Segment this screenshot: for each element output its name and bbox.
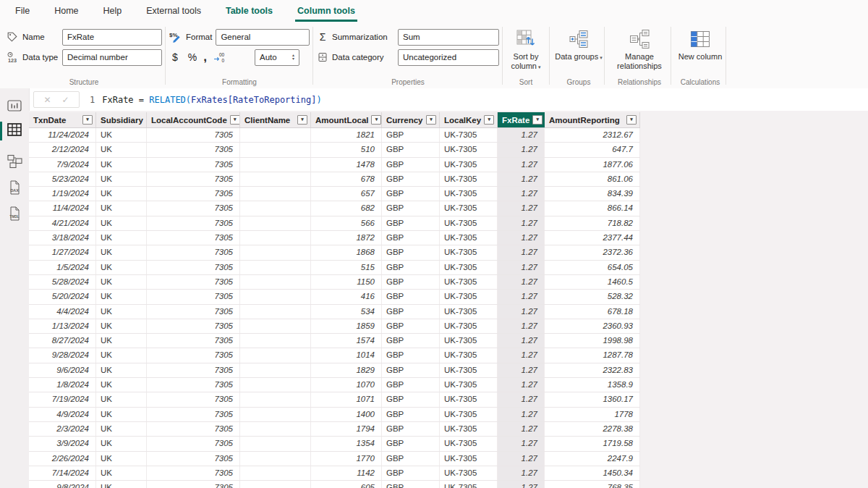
cell-amountlocal[interactable]: 682	[311, 201, 382, 215]
cell-currency[interactable]: GBP	[382, 466, 440, 480]
cell-currency[interactable]: GBP	[382, 422, 440, 436]
cell-localaccountcode[interactable]: 7305	[147, 187, 240, 201]
table-row[interactable]: 7/14/2024UK73051142GBPUK-73051.271450.34	[29, 466, 640, 481]
cell-localaccountcode[interactable]: 7305	[147, 319, 240, 333]
cell-localaccountcode[interactable]: 7305	[147, 334, 240, 348]
cell-localaccountcode[interactable]: 7305	[147, 392, 240, 406]
cell-amountlocal[interactable]: 1794	[311, 422, 382, 436]
table-row[interactable]: 2/3/2024UK73051794GBPUK-73051.272278.38	[29, 422, 640, 437]
format-select[interactable]: General	[216, 29, 310, 46]
cell-clientname[interactable]	[240, 348, 311, 362]
cell-currency[interactable]: GBP	[382, 481, 440, 488]
cell-amountreporting[interactable]: 1360.17	[545, 392, 640, 406]
cell-amountreporting[interactable]: 2312.67	[545, 128, 640, 142]
column-header-localaccountcode[interactable]: LocalAccountCode▾	[147, 112, 240, 127]
column-header-txndate[interactable]: TxnDate▾	[29, 112, 96, 127]
cell-amountlocal[interactable]: 1859	[311, 319, 382, 333]
view-tab-data-view[interactable]	[0, 122, 29, 140]
cell-clientname[interactable]	[240, 201, 311, 215]
table-row[interactable]: 9/28/2024UK73051014GBPUK-73051.271287.78	[29, 348, 640, 363]
cell-currency[interactable]: GBP	[382, 408, 440, 421]
cell-txndate[interactable]: 2/12/2024	[29, 143, 96, 156]
cell-clientname[interactable]	[240, 422, 311, 436]
cell-clientname[interactable]	[240, 378, 311, 392]
cell-localkey[interactable]: UK-7305	[440, 348, 498, 362]
cell-amountlocal[interactable]: 1829	[311, 363, 382, 377]
cell-fxrate[interactable]: 1.27	[498, 231, 545, 245]
table-row[interactable]: 3/18/2024UK73051872GBPUK-73051.272377.44	[29, 231, 640, 245]
cell-fxrate[interactable]: 1.27	[498, 261, 545, 274]
column-header-fxrate[interactable]: FxRate▾	[498, 112, 545, 127]
cell-localaccountcode[interactable]: 7305	[147, 245, 240, 259]
cell-currency[interactable]: GBP	[382, 261, 440, 274]
cell-currency[interactable]: GBP	[382, 334, 440, 348]
view-tab-tmdl-view[interactable]: TMDL	[0, 206, 29, 224]
filter-icon[interactable]: ▾	[484, 115, 494, 125]
cell-fxrate[interactable]: 1.27	[498, 408, 545, 421]
cell-amountlocal[interactable]: 1400	[311, 408, 382, 421]
cell-subsidiary[interactable]: UK	[96, 187, 147, 201]
cell-localkey[interactable]: UK-7305	[440, 378, 498, 392]
cell-currency[interactable]: GBP	[382, 231, 440, 245]
cell-localaccountcode[interactable]: 7305	[147, 481, 240, 488]
cell-fxrate[interactable]: 1.27	[498, 422, 545, 436]
cell-localaccountcode[interactable]: 7305	[147, 231, 240, 245]
cell-amountlocal[interactable]: 657	[311, 187, 382, 201]
cell-txndate[interactable]: 2/26/2024	[29, 452, 96, 466]
cell-localkey[interactable]: UK-7305	[440, 452, 498, 466]
cell-currency[interactable]: GBP	[382, 378, 440, 392]
table-row[interactable]: 7/19/2024UK73051071GBPUK-73051.271360.17	[29, 392, 640, 407]
cell-amountreporting[interactable]: 861.06	[545, 172, 640, 186]
cell-clientname[interactable]	[240, 231, 311, 245]
cell-txndate[interactable]: 1/19/2024	[29, 187, 96, 201]
column-header-currency[interactable]: Currency▾	[382, 112, 440, 127]
cell-currency[interactable]: GBP	[382, 201, 440, 215]
cell-localkey[interactable]: UK-7305	[440, 305, 498, 319]
cell-amountreporting[interactable]: 2247.9	[545, 452, 640, 466]
menu-item-file[interactable]: File	[3, 0, 42, 22]
cell-currency[interactable]: GBP	[382, 437, 440, 450]
cell-clientname[interactable]	[240, 408, 311, 421]
cell-subsidiary[interactable]: UK	[96, 245, 147, 259]
cell-currency[interactable]: GBP	[382, 187, 440, 201]
column-header-amountreporting[interactable]: AmountReporting▾	[545, 112, 640, 127]
cell-txndate[interactable]: 1/13/2024	[29, 319, 96, 333]
cell-subsidiary[interactable]: UK	[96, 216, 147, 230]
cell-localkey[interactable]: UK-7305	[440, 172, 498, 186]
cell-amountreporting[interactable]: 528.32	[545, 290, 640, 303]
cell-txndate[interactable]: 2/3/2024	[29, 422, 96, 436]
cell-localkey[interactable]: UK-7305	[440, 481, 498, 488]
cell-currency[interactable]: GBP	[382, 392, 440, 406]
cell-currency[interactable]: GBP	[382, 319, 440, 333]
currency-format-button[interactable]: $	[172, 51, 178, 63]
cell-clientname[interactable]	[240, 158, 311, 172]
table-row[interactable]: 5/20/2024UK7305416GBPUK-73051.27528.32	[29, 290, 640, 304]
cell-amountlocal[interactable]: 1574	[311, 334, 382, 348]
cell-amountlocal[interactable]: 678	[311, 172, 382, 186]
cell-amountreporting[interactable]: 1719.58	[545, 437, 640, 450]
cell-localaccountcode[interactable]: 7305	[147, 216, 240, 230]
view-tab-dax-query-view[interactable]: DAX	[0, 180, 29, 198]
cell-clientname[interactable]	[240, 187, 311, 201]
table-row[interactable]: 4/9/2024UK73051400GBPUK-73051.271778	[29, 408, 640, 422]
cell-amountreporting[interactable]: 647.7	[545, 143, 640, 156]
cell-amountreporting[interactable]: 1460.5	[545, 275, 640, 289]
cell-localkey[interactable]: UK-7305	[440, 466, 498, 480]
table-row[interactable]: 8/27/2024UK73051574GBPUK-73051.271998.98	[29, 334, 640, 348]
cell-localaccountcode[interactable]: 7305	[147, 201, 240, 215]
cell-clientname[interactable]	[240, 437, 311, 450]
manage-relationships-button[interactable]: Manage relationships	[609, 28, 670, 71]
filter-icon[interactable]: ▾	[82, 115, 93, 125]
cell-clientname[interactable]	[240, 261, 311, 274]
cell-amountreporting[interactable]: 866.14	[545, 201, 640, 215]
table-row[interactable]: 11/4/2024UK7305682GBPUK-73051.27866.14	[29, 201, 640, 216]
cell-amountreporting[interactable]: 1450.34	[545, 466, 640, 480]
cell-amountreporting[interactable]: 2278.38	[545, 422, 640, 436]
cell-currency[interactable]: GBP	[382, 452, 440, 466]
cell-clientname[interactable]	[240, 363, 311, 377]
cell-localaccountcode[interactable]: 7305	[147, 305, 240, 319]
cell-amountreporting[interactable]: 1287.78	[545, 348, 640, 362]
cell-clientname[interactable]	[240, 334, 311, 348]
cell-clientname[interactable]	[240, 305, 311, 319]
cell-subsidiary[interactable]: UK	[96, 466, 147, 480]
